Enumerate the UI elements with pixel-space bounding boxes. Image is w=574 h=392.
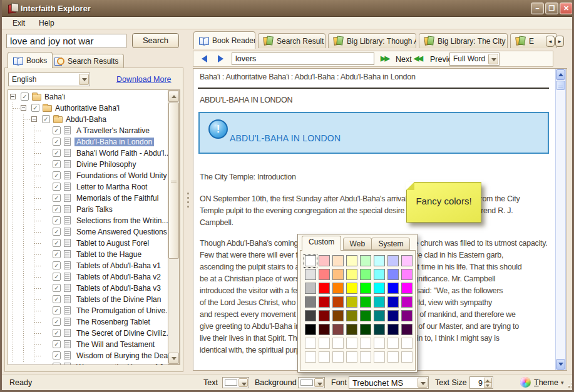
- menu-item-exit[interactable]: Exit: [7, 18, 31, 29]
- tree-item[interactable]: ✓Tablet to the Hague: [8, 249, 167, 260]
- match-mode-select[interactable]: Full Word: [449, 53, 500, 66]
- tree-item[interactable]: ✓Memorials of the Faithful: [8, 193, 167, 204]
- tree-item[interactable]: ✓The Will and Testament: [8, 339, 167, 350]
- tree-item[interactable]: ✓Some Answered Questions: [8, 226, 167, 238]
- color-swatch[interactable]: [374, 269, 385, 280]
- tree-checkbox[interactable]: ✓: [53, 329, 61, 337]
- tree-checkbox[interactable]: ✓: [53, 171, 61, 179]
- scroll-down-button[interactable]: [556, 359, 565, 369]
- tree-item[interactable]: ✓Tablets of Abdu'l-Baha v1: [8, 260, 167, 271]
- tree-item[interactable]: ✓Divine Philosophy: [8, 159, 167, 170]
- custom-color-slot[interactable]: [332, 351, 344, 363]
- panel-splitter[interactable]: [185, 191, 191, 209]
- color-swatch[interactable]: [346, 296, 357, 308]
- minimize-button[interactable]: –: [531, 3, 544, 14]
- theme-button[interactable]: Theme: [534, 378, 558, 387]
- custom-color-slot[interactable]: [305, 351, 316, 363]
- color-swatch[interactable]: [305, 310, 316, 321]
- close-button[interactable]: ✕: [560, 3, 573, 14]
- chevron-down-icon[interactable]: [314, 378, 324, 387]
- spin-up-button[interactable]: [484, 378, 492, 383]
- tree-checkbox[interactable]: ✓: [53, 126, 61, 134]
- color-swatch[interactable]: [387, 324, 399, 335]
- color-swatch[interactable]: [319, 324, 330, 335]
- color-swatch[interactable]: [332, 324, 344, 335]
- custom-color-slot[interactable]: [387, 351, 399, 363]
- tree-checkbox[interactable]: ✓: [53, 216, 61, 224]
- color-swatch[interactable]: [374, 283, 385, 294]
- color-swatch[interactable]: [401, 310, 413, 321]
- color-swatch[interactable]: [360, 296, 371, 308]
- custom-color-slot[interactable]: [360, 338, 371, 349]
- tree-checkbox[interactable]: ✓: [53, 160, 61, 168]
- tab-book-reader[interactable]: Book Reader: [193, 31, 255, 49]
- tree-item[interactable]: ✓Wisdom of Burying the Dead: [8, 350, 167, 361]
- tree-scrollbar[interactable]: [168, 90, 180, 364]
- sticky-note[interactable]: Fancy colors!: [406, 182, 481, 223]
- color-swatch[interactable]: [360, 324, 371, 335]
- chevron-down-icon[interactable]: [238, 378, 248, 387]
- collapse-toggle[interactable]: [21, 105, 26, 111]
- tree-checkbox[interactable]: ✓: [53, 138, 61, 146]
- tree-checkbox[interactable]: ✓: [53, 228, 61, 236]
- tree-checkbox[interactable]: ✓: [53, 318, 61, 326]
- tab-search-result[interactable]: Search Result: [258, 33, 325, 48]
- tree-checkbox[interactable]: ✓: [53, 239, 61, 247]
- maximize-button[interactable]: ❐: [545, 3, 558, 14]
- color-swatch[interactable]: [374, 255, 385, 266]
- search-button[interactable]: Search: [132, 33, 179, 48]
- color-swatch[interactable]: [360, 255, 371, 266]
- custom-color-slot[interactable]: [346, 338, 357, 349]
- collapse-toggle[interactable]: [31, 116, 37, 122]
- color-swatch[interactable]: [319, 296, 330, 308]
- tab-big-library-the-city-tem-[interactable]: Big Library: The City Tem...: [419, 33, 508, 48]
- text-color-select[interactable]: [222, 377, 249, 388]
- color-swatch[interactable]: [387, 255, 399, 266]
- color-swatch[interactable]: [332, 255, 344, 266]
- custom-color-slot[interactable]: [319, 338, 330, 349]
- tree-item[interactable]: ✓Authoritative Baha'i: [8, 103, 167, 114]
- custom-color-slot[interactable]: [374, 351, 385, 363]
- color-swatch[interactable]: [332, 269, 344, 280]
- tree-item[interactable]: ✓Tablets of Abdu'l-Baha v3: [8, 283, 167, 294]
- color-swatch[interactable]: [387, 269, 399, 280]
- color-swatch[interactable]: [319, 255, 330, 266]
- tree-checkbox[interactable]: ✓: [53, 340, 61, 348]
- chevron-down-icon[interactable]: [418, 378, 428, 388]
- picker-tab-system[interactable]: System: [371, 238, 410, 250]
- nav-back-icon[interactable]: [202, 55, 207, 63]
- tree-item[interactable]: ✓The Rosenberg Tablet: [8, 316, 167, 328]
- chevron-down-icon[interactable]: [488, 54, 498, 64]
- reader-scrollbar[interactable]: [555, 69, 566, 370]
- tree-checkbox[interactable]: ✓: [31, 104, 39, 112]
- tree-item[interactable]: ✓Baha'i: [8, 91, 167, 103]
- custom-color-slot[interactable]: [401, 351, 413, 363]
- tree-checkbox[interactable]: ✓: [53, 273, 61, 281]
- custom-color-slot[interactable]: [387, 338, 399, 349]
- color-swatch[interactable]: [360, 310, 371, 321]
- next-button[interactable]: Next: [396, 55, 412, 64]
- tree-checkbox[interactable]: ✓: [53, 261, 61, 269]
- custom-color-slot[interactable]: [305, 338, 316, 349]
- custom-color-slot[interactable]: [401, 338, 413, 349]
- color-swatch[interactable]: [374, 310, 385, 321]
- color-swatch[interactable]: [374, 324, 385, 335]
- color-swatch[interactable]: [305, 283, 316, 294]
- tree-checkbox[interactable]: ✓: [21, 93, 29, 101]
- menu-item-help[interactable]: Help: [33, 18, 60, 29]
- font-select[interactable]: Trebuchet MS: [349, 376, 429, 389]
- color-swatch[interactable]: [346, 283, 357, 294]
- tree-item[interactable]: ✓Letter to Martha Root: [8, 181, 167, 193]
- color-swatch[interactable]: [305, 255, 316, 266]
- background-color-select[interactable]: [298, 377, 325, 388]
- color-swatch[interactable]: [401, 296, 413, 308]
- custom-color-slot[interactable]: [332, 338, 344, 349]
- tree-item[interactable]: ✓Paris Talks: [8, 204, 167, 215]
- tree-item[interactable]: ✓The Secret of Divine Civiliz...: [8, 328, 167, 339]
- scroll-down-button[interactable]: [168, 353, 179, 364]
- custom-color-slot[interactable]: [360, 351, 371, 363]
- color-swatch[interactable]: [319, 283, 330, 294]
- color-swatch[interactable]: [346, 310, 357, 321]
- tree-item[interactable]: ✓Tablet to August Forel: [8, 238, 167, 249]
- tree-item[interactable]: ✓Selections from the Writin...: [8, 215, 167, 226]
